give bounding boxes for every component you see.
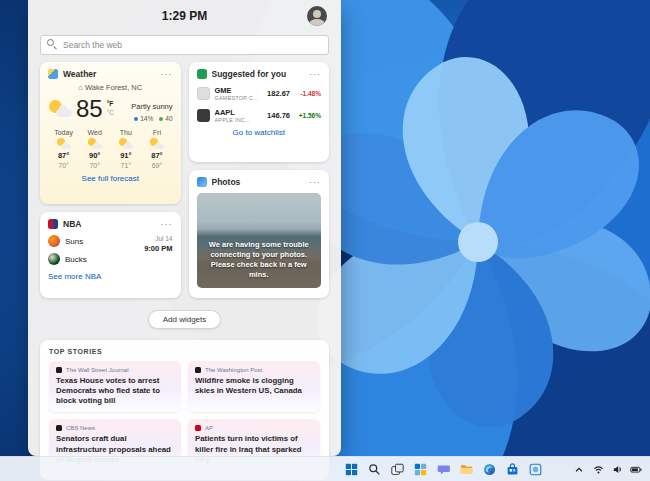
search-taskbar-icon[interactable]	[367, 462, 382, 477]
nba-teams: Suns Bucks	[48, 235, 144, 265]
weather-current: 85 °F °C Partly sunny 14% 40	[48, 95, 173, 122]
stocks-widget-title: Suggested for you	[212, 69, 305, 79]
gme-logo-icon	[197, 87, 210, 100]
add-widgets-row: Add widgets	[40, 308, 329, 329]
network-icon[interactable]	[592, 464, 604, 476]
user-avatar[interactable]	[307, 6, 327, 26]
panel-clock: 1:29 PM	[40, 9, 329, 23]
temperature-unit-toggle[interactable]: °F °C	[107, 100, 114, 117]
stocks-widget-header: Suggested for you ···	[197, 69, 322, 79]
stock-identity: AAPL APPLE INC...	[215, 108, 263, 123]
nba-game: Suns Bucks Jul 14 9:00 PM	[48, 235, 173, 265]
file-explorer-icon[interactable]	[459, 462, 474, 477]
partly-sunny-icon	[149, 138, 164, 149]
forecast-day: Thu 91° 71°	[110, 129, 141, 169]
story-headline: Wildfire smoke is clogging skies in West…	[195, 376, 313, 396]
edge-browser-icon[interactable]	[482, 462, 497, 477]
ap-logo-icon	[195, 425, 201, 431]
weather-location: ⌂ Wake Forest, NC	[48, 83, 173, 92]
widgets-panel: 1:29 PM Weather ··· ⌂ Wake For	[28, 0, 341, 456]
top-stories-title: TOP STORIES	[49, 348, 320, 355]
battery-icon[interactable]	[630, 464, 642, 476]
search-input[interactable]	[40, 35, 329, 55]
task-view-icon[interactable]	[390, 462, 405, 477]
taskbar-center-icons	[344, 457, 543, 481]
partly-sunny-icon	[56, 138, 71, 149]
stocks-more-button[interactable]: ···	[309, 70, 321, 78]
bucks-logo-icon	[48, 253, 60, 265]
nba-schedule: Jul 14 9:00 PM	[144, 235, 172, 265]
story-source: CBS News	[56, 425, 174, 431]
stock-price: 146.76	[267, 111, 290, 120]
stock-change: -1.48%	[295, 90, 321, 97]
microsoft-store-icon[interactable]	[505, 462, 520, 477]
wsj-logo-icon	[56, 367, 62, 373]
house-icon: ⌂	[78, 83, 83, 92]
stock-row-gme[interactable]: GME GAMESTOP C... 182.67 -1.48%	[197, 86, 322, 101]
nba-more-button[interactable]: ···	[161, 220, 173, 228]
volume-icon[interactable]	[611, 464, 623, 476]
unit-celsius[interactable]: °C	[107, 109, 114, 117]
nba-team-row: Bucks	[48, 253, 144, 265]
go-to-watchlist-link[interactable]: Go to watchlist	[197, 128, 322, 137]
unit-fahrenheit[interactable]: °F	[107, 100, 114, 108]
weather-widget-header: Weather ···	[48, 69, 173, 79]
widgets-column-right: Suggested for you ··· GME GAMESTOP C... …	[189, 62, 330, 298]
weather-forecast: Today 87° 70° Wed 90° 70° Thu	[48, 129, 173, 169]
stock-row-aapl[interactable]: AAPL APPLE INC... 146.76 +1.56%	[197, 108, 322, 123]
stock-price: 182.67	[267, 89, 290, 98]
story-source: AP	[195, 425, 313, 431]
weather-widget[interactable]: Weather ··· ⌂ Wake Forest, NC 85 °F °C	[40, 62, 181, 204]
partly-sunny-icon	[87, 138, 102, 149]
taskbar-system-tray	[573, 457, 642, 481]
weather-meta: 14% 40	[131, 115, 172, 122]
photos-error-message: We are having some trouble connecting to…	[203, 240, 316, 281]
tray-chevron-up-icon[interactable]	[573, 464, 585, 476]
cbs-news-logo-icon	[56, 425, 62, 431]
see-full-forecast-link[interactable]: See full forecast	[48, 174, 173, 183]
see-more-nba-link[interactable]: See more NBA	[48, 272, 173, 281]
washington-post-logo-icon	[195, 367, 201, 373]
weather-more-button[interactable]: ···	[161, 70, 173, 78]
chat-icon[interactable]	[436, 462, 451, 477]
search-icon	[47, 39, 54, 46]
beach-photo: We are having some trouble connecting to…	[197, 193, 322, 288]
stock-identity: GME GAMESTOP C...	[215, 86, 263, 101]
photos-widget[interactable]: Photos ··· We are having some trouble co…	[189, 170, 330, 298]
web-search-bar	[40, 34, 329, 54]
story-source: The Washington Post	[195, 367, 313, 373]
photos-more-button[interactable]: ···	[309, 178, 321, 186]
start-button[interactable]	[344, 462, 359, 477]
weather-widget-icon	[48, 69, 58, 79]
weather-temperature: 85	[76, 97, 103, 121]
forecast-day: Fri 87° 69°	[141, 129, 172, 169]
partly-sunny-icon	[48, 100, 72, 117]
nba-game-date: Jul 14	[144, 235, 172, 242]
nba-team-row: Suns	[48, 235, 144, 247]
photos-app-icon[interactable]	[528, 462, 543, 477]
nba-widget-header: NBA ···	[48, 219, 173, 229]
story-card[interactable]: The Wall Street Journal Texas House vote…	[49, 361, 181, 412]
photos-widget-header: Photos ···	[197, 177, 322, 187]
desktop: 1:29 PM Weather ··· ⌂ Wake For	[0, 0, 650, 481]
top-stories-grid: The Wall Street Journal Texas House vote…	[49, 361, 320, 471]
taskbar	[0, 456, 650, 481]
partly-sunny-icon	[118, 138, 133, 149]
weather-condition-block: Partly sunny 14% 40	[131, 95, 172, 122]
weather-condition: Partly sunny	[131, 102, 172, 111]
widgets-taskbar-icon[interactable]	[413, 462, 428, 477]
suns-logo-icon	[48, 235, 60, 247]
add-widgets-button[interactable]: Add widgets	[148, 310, 222, 329]
nba-widget-icon	[48, 219, 58, 229]
story-source: The Wall Street Journal	[56, 367, 174, 373]
precipitation: 14%	[134, 115, 153, 122]
story-card[interactable]: The Washington Post Wildfire smoke is cl…	[188, 361, 320, 412]
story-headline: Texas House votes to arrest Democrats wh…	[56, 376, 174, 406]
widgets-panel-header: 1:29 PM	[40, 0, 329, 32]
photos-widget-title: Photos	[212, 177, 305, 187]
nba-widget[interactable]: NBA ··· Suns Bucks	[40, 212, 181, 298]
weather-widget-title: Weather	[63, 69, 156, 79]
stocks-widget[interactable]: Suggested for you ··· GME GAMESTOP C... …	[189, 62, 330, 162]
aapl-logo-icon	[197, 109, 210, 122]
nba-game-time: 9:00 PM	[144, 244, 172, 253]
